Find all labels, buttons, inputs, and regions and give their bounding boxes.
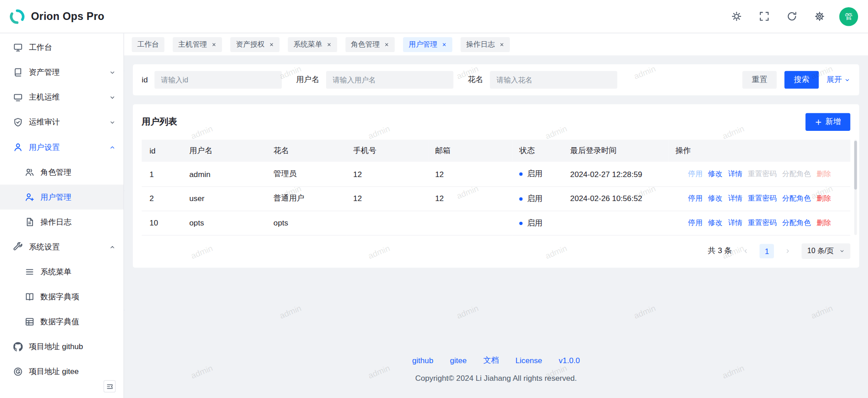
audit-icon (13, 118, 23, 127)
tab-label: 主机管理 (178, 39, 207, 49)
sidebar-item-user-mgmt[interactable]: 用户管理 (0, 185, 123, 210)
expand-label: 展开 (826, 75, 842, 85)
sidebar-item-workbench[interactable]: 工作台 (0, 35, 123, 60)
tab-role-mgmt[interactable]: 角色管理 (346, 37, 395, 52)
sidebar-nav: 工作台资产管理主机运维运维审计用户设置角色管理用户管理操作日志系统设置系统菜单数… (0, 35, 123, 384)
footer-link-4[interactable]: v1.0.0 (559, 355, 580, 364)
tool-icon (13, 242, 23, 252)
user-avatar[interactable]: 管 (839, 7, 858, 26)
action-reset-password[interactable]: 重置密码 (748, 169, 777, 179)
action-edit[interactable]: 修改 (708, 218, 722, 228)
cell-username: admin (183, 162, 267, 186)
sidebar-item-label: 数据字典值 (40, 317, 115, 327)
current-page-button[interactable]: 1 (760, 244, 774, 258)
search-field-label: id (142, 75, 147, 84)
sidebar-item-dict-value[interactable]: 数据字典值 (0, 309, 123, 334)
tab-label: 操作日志 (466, 39, 495, 49)
tab-host-mgmt[interactable]: 主机管理 (173, 37, 222, 52)
chevron-left-icon (743, 248, 749, 254)
search-actions: 重置 搜索 展开 (742, 71, 850, 89)
cell-nickname: opts (267, 211, 346, 235)
sidebar-item-dict-key[interactable]: 数据字典项 (0, 284, 123, 309)
add-user-button[interactable]: 新增 (806, 113, 850, 131)
close-tab-icon[interactable] (442, 42, 447, 47)
id-input[interactable] (154, 71, 281, 89)
footer-link-2[interactable]: 文档 (484, 355, 499, 365)
table-scrollbar-thumb[interactable] (854, 141, 857, 190)
tab-label: 工作台 (138, 39, 159, 49)
refresh-button[interactable] (782, 6, 802, 26)
sidebar-item-ops-audit[interactable]: 运维审计 (0, 110, 123, 134)
action-edit[interactable]: 修改 (708, 169, 722, 179)
user-table: id用户名花名手机号邮箱状态最后登录时间操作 1admin管理员1212启用20… (142, 139, 850, 235)
action-detail[interactable]: 详情 (728, 218, 742, 228)
action-disable[interactable]: 停用 (688, 193, 702, 203)
sidebar-collapse-button[interactable] (104, 380, 116, 393)
footer-link-3[interactable]: License (516, 355, 542, 364)
status-dot-icon (519, 197, 522, 200)
chevron-up-icon (109, 144, 116, 151)
tab-workbench[interactable]: 工作台 (132, 37, 164, 52)
action-reset-password[interactable]: 重置密码 (748, 193, 777, 203)
footer-link-0[interactable]: github (412, 355, 433, 364)
sidebar-item-github[interactable]: 项目地址 github (0, 334, 123, 359)
sidebar-item-op-log[interactable]: 操作日志 (0, 210, 123, 235)
fullscreen-button[interactable] (754, 6, 774, 26)
sidebar-item-system-settings[interactable]: 系统设置 (0, 235, 123, 259)
tab-label: 用户管理 (408, 39, 437, 49)
action-detail[interactable]: 详情 (728, 193, 742, 203)
copyright-text: Copyright© 2024 Li Jiahang All rights re… (415, 373, 577, 382)
action-disable[interactable]: 停用 (688, 169, 702, 179)
footer-link-1[interactable]: gitee (450, 355, 467, 364)
settings-button[interactable] (809, 6, 829, 26)
tab-system-menu[interactable]: 系统菜单 (288, 37, 337, 52)
sidebar-item-asset-mgmt[interactable]: 资产管理 (0, 60, 123, 85)
action-disable[interactable]: 停用 (688, 218, 702, 228)
github-icon (13, 342, 23, 351)
chevron-down-icon (109, 94, 116, 101)
close-tab-icon[interactable] (212, 42, 217, 47)
tab-user-mgmt[interactable]: 用户管理 (403, 37, 452, 52)
action-delete[interactable]: 删除 (816, 169, 831, 179)
tab-asset-auth[interactable]: 资产授权 (230, 37, 280, 52)
close-tab-icon[interactable] (384, 42, 389, 47)
expand-toggle[interactable]: 展开 (826, 75, 850, 85)
page-size-select[interactable]: 10 条/页 (802, 243, 850, 259)
close-tab-icon[interactable] (269, 42, 274, 47)
next-page-button[interactable] (781, 244, 795, 258)
action-assign-role[interactable]: 分配角色 (782, 193, 811, 203)
main-content: id用户名花名 重置 搜索 展开 用户列表 新增 (124, 55, 868, 398)
action-edit[interactable]: 修改 (708, 193, 722, 203)
action-assign-role[interactable]: 分配角色 (782, 169, 811, 179)
sidebar-item-label: 用户设置 (29, 142, 103, 152)
action-detail[interactable]: 详情 (728, 169, 742, 179)
sidebar-item-host-ops[interactable]: 主机运维 (0, 85, 123, 110)
theme-button[interactable] (726, 6, 746, 26)
app-header: Orion Ops Pro 管 (0, 0, 868, 33)
sidebar-item-role-mgmt[interactable]: 角色管理 (0, 160, 123, 185)
username-input[interactable] (326, 71, 453, 89)
tab-label: 系统菜单 (294, 39, 323, 49)
close-tab-icon[interactable] (327, 42, 332, 47)
search-button[interactable]: 搜索 (784, 71, 819, 89)
sidebar-item-label: 系统菜单 (40, 267, 115, 277)
column-header: 状态 (512, 139, 564, 162)
role-icon (25, 168, 34, 177)
prev-page-button[interactable] (739, 244, 753, 258)
menu-icon (25, 267, 34, 277)
page-footer: githubgitee文档Licensev1.0.0 Copyright© 20… (133, 355, 859, 382)
action-assign-role[interactable]: 分配角色 (782, 218, 811, 228)
cell-phone (346, 211, 428, 235)
action-reset-password[interactable]: 重置密码 (748, 218, 777, 228)
sidebar-item-user-settings[interactable]: 用户设置 (0, 134, 123, 159)
sidebar-item-system-menu[interactable]: 系统菜单 (0, 259, 123, 284)
action-delete[interactable]: 删除 (816, 218, 831, 228)
action-delete[interactable]: 删除 (816, 193, 831, 203)
reset-button[interactable]: 重置 (742, 71, 777, 89)
status-dot-icon (519, 173, 522, 176)
column-header: 操作 (669, 139, 850, 162)
nickname-input[interactable] (490, 71, 617, 89)
tab-op-log[interactable]: 操作日志 (460, 37, 510, 52)
app-logo-icon (9, 8, 26, 25)
close-tab-icon[interactable] (499, 42, 504, 47)
